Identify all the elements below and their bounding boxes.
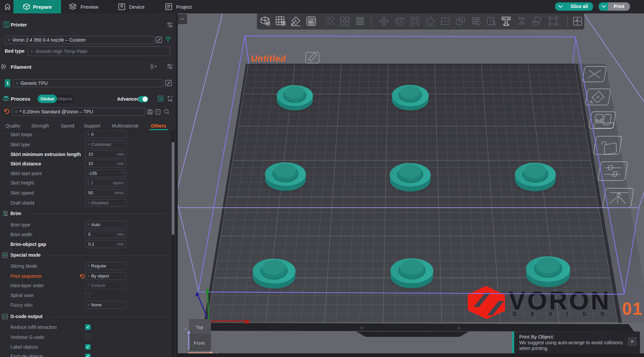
svg-text:A: A: [294, 19, 297, 23]
svg-text:VORON: VORON: [508, 286, 608, 315]
svg-text:01: 01: [622, 299, 643, 318]
svg-text:Front: Front: [194, 341, 205, 346]
svg-text:Top: Top: [196, 325, 203, 330]
svg-text:B: B: [170, 99, 172, 102]
svg-text:Untitled: Untitled: [251, 53, 286, 63]
svg-text:z: z: [185, 326, 187, 330]
svg-text:A: A: [167, 95, 170, 99]
